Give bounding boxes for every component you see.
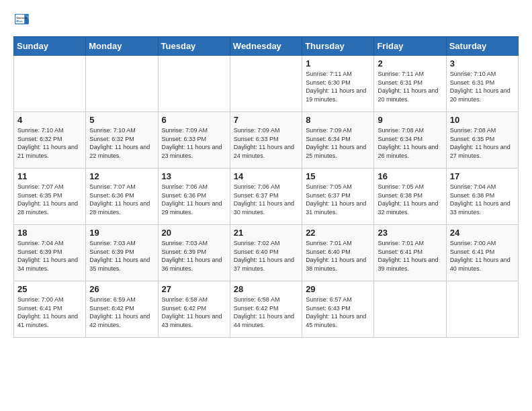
day-info: Sunrise: 7:06 AM Sunset: 6:37 PM Dayligh… — [234, 183, 298, 216]
calendar-cell: 21Sunrise: 7:02 AM Sunset: 6:40 PM Dayli… — [230, 225, 302, 281]
day-number: 5 — [89, 115, 154, 125]
day-info: Sunrise: 6:58 AM Sunset: 6:42 PM Dayligh… — [234, 295, 298, 329]
day-info: Sunrise: 7:08 AM Sunset: 6:35 PM Dayligh… — [450, 126, 515, 160]
day-header-wednesday: Wednesday — [230, 37, 302, 56]
week-row-3: 18Sunrise: 7:04 AM Sunset: 6:39 PM Dayli… — [14, 225, 519, 281]
day-info: Sunrise: 7:10 AM Sunset: 6:32 PM Dayligh… — [89, 126, 154, 160]
calendar-cell: 7Sunrise: 7:09 AM Sunset: 6:33 PM Daylig… — [230, 112, 302, 169]
day-info: Sunrise: 7:11 AM Sunset: 6:31 PM Dayligh… — [378, 70, 442, 103]
calendar-cell — [230, 56, 302, 112]
calendar-cell — [158, 56, 230, 112]
calendar-cell: 12Sunrise: 7:07 AM Sunset: 6:36 PM Dayli… — [86, 169, 158, 225]
calendar-cell: 28Sunrise: 6:58 AM Sunset: 6:42 PM Dayli… — [230, 281, 302, 338]
calendar-cell: 8Sunrise: 7:09 AM Sunset: 6:34 PM Daylig… — [302, 112, 374, 169]
day-info: Sunrise: 7:03 AM Sunset: 6:39 PM Dayligh… — [89, 239, 154, 273]
day-number: 20 — [162, 228, 226, 238]
calendar-cell: 5Sunrise: 7:10 AM Sunset: 6:32 PM Daylig… — [86, 112, 158, 169]
calendar-cell: 15Sunrise: 7:05 AM Sunset: 6:37 PM Dayli… — [302, 169, 374, 225]
calendar-cell — [446, 281, 518, 338]
week-row-1: 4Sunrise: 7:10 AM Sunset: 6:32 PM Daylig… — [14, 112, 519, 169]
day-header-thursday: Thursday — [302, 37, 374, 56]
calendar-cell: 16Sunrise: 7:05 AM Sunset: 6:38 PM Dayli… — [374, 169, 446, 225]
day-number: 18 — [17, 228, 82, 238]
day-number: 21 — [234, 228, 298, 238]
day-header-saturday: Saturday — [446, 37, 518, 56]
day-number: 23 — [378, 228, 442, 238]
calendar-cell: 17Sunrise: 7:04 AM Sunset: 6:38 PM Dayli… — [446, 169, 518, 225]
day-number: 25 — [17, 284, 82, 294]
day-info: Sunrise: 7:03 AM Sunset: 6:39 PM Dayligh… — [162, 239, 226, 273]
day-header-friday: Friday — [374, 37, 446, 56]
calendar-cell: 13Sunrise: 7:06 AM Sunset: 6:36 PM Dayli… — [158, 169, 230, 225]
day-number: 8 — [306, 115, 370, 125]
day-info: Sunrise: 7:00 AM Sunset: 6:41 PM Dayligh… — [17, 295, 82, 329]
day-number: 22 — [306, 228, 370, 238]
week-row-2: 11Sunrise: 7:07 AM Sunset: 6:35 PM Dayli… — [14, 169, 519, 225]
calendar-cell: 24Sunrise: 7:00 AM Sunset: 6:41 PM Dayli… — [446, 225, 518, 281]
calendar-cell: 26Sunrise: 6:59 AM Sunset: 6:42 PM Dayli… — [86, 281, 158, 338]
day-number: 12 — [89, 171, 154, 181]
day-number: 7 — [234, 115, 298, 125]
day-number: 1 — [306, 58, 370, 68]
day-info: Sunrise: 7:07 AM Sunset: 6:35 PM Dayligh… — [17, 183, 82, 216]
calendar-cell: 18Sunrise: 7:04 AM Sunset: 6:39 PM Dayli… — [14, 225, 86, 281]
day-number: 11 — [17, 171, 82, 181]
day-info: Sunrise: 7:07 AM Sunset: 6:36 PM Dayligh… — [89, 183, 154, 216]
day-info: Sunrise: 7:04 AM Sunset: 6:38 PM Dayligh… — [450, 183, 515, 216]
day-info: Sunrise: 7:10 AM Sunset: 6:32 PM Dayligh… — [17, 126, 82, 160]
day-info: Sunrise: 7:05 AM Sunset: 6:38 PM Dayligh… — [378, 183, 442, 216]
day-number: 9 — [378, 115, 442, 125]
day-header-tuesday: Tuesday — [158, 37, 230, 56]
day-info: Sunrise: 7:04 AM Sunset: 6:39 PM Dayligh… — [17, 239, 82, 273]
day-number: 13 — [162, 171, 226, 181]
calendar-cell: 25Sunrise: 7:00 AM Sunset: 6:41 PM Dayli… — [14, 281, 86, 338]
calendar-cell: 3Sunrise: 7:10 AM Sunset: 6:31 PM Daylig… — [446, 56, 518, 112]
day-number: 24 — [450, 228, 515, 238]
day-number: 6 — [162, 115, 226, 125]
calendar-cell: 10Sunrise: 7:08 AM Sunset: 6:35 PM Dayli… — [446, 112, 518, 169]
calendar-header: General Blue — [13, 12, 519, 30]
week-row-4: 25Sunrise: 7:00 AM Sunset: 6:41 PM Dayli… — [14, 281, 519, 338]
calendar-cell: 4Sunrise: 7:10 AM Sunset: 6:32 PM Daylig… — [14, 112, 86, 169]
day-info: Sunrise: 7:11 AM Sunset: 6:30 PM Dayligh… — [306, 70, 370, 103]
day-number: 2 — [378, 58, 442, 68]
day-info: Sunrise: 7:06 AM Sunset: 6:36 PM Dayligh… — [162, 183, 226, 216]
day-number: 28 — [234, 284, 298, 294]
day-info: Sunrise: 7:01 AM Sunset: 6:41 PM Dayligh… — [378, 239, 442, 273]
day-info: Sunrise: 7:01 AM Sunset: 6:40 PM Dayligh… — [306, 239, 370, 273]
day-header-monday: Monday — [86, 37, 158, 56]
calendar-cell: 9Sunrise: 7:08 AM Sunset: 6:34 PM Daylig… — [374, 112, 446, 169]
day-info: Sunrise: 7:00 AM Sunset: 6:41 PM Dayligh… — [450, 239, 515, 273]
header-row: SundayMondayTuesdayWednesdayThursdayFrid… — [14, 37, 519, 56]
day-info: Sunrise: 7:09 AM Sunset: 6:34 PM Dayligh… — [306, 126, 370, 160]
calendar-cell — [14, 56, 86, 112]
calendar-cell: 22Sunrise: 7:01 AM Sunset: 6:40 PM Dayli… — [302, 225, 374, 281]
calendar-cell: 6Sunrise: 7:09 AM Sunset: 6:33 PM Daylig… — [158, 112, 230, 169]
calendar-cell: 1Sunrise: 7:11 AM Sunset: 6:30 PM Daylig… — [302, 56, 374, 112]
day-info: Sunrise: 7:10 AM Sunset: 6:31 PM Dayligh… — [450, 70, 515, 103]
calendar-page: General Blue SundayMondayTuesdayWednesda… — [0, 0, 532, 345]
day-info: Sunrise: 6:58 AM Sunset: 6:42 PM Dayligh… — [162, 295, 226, 329]
day-number: 26 — [89, 284, 154, 294]
calendar-cell: 14Sunrise: 7:06 AM Sunset: 6:37 PM Dayli… — [230, 169, 302, 225]
logo-icon: General Blue — [15, 12, 30, 27]
calendar-cell — [86, 56, 158, 112]
day-info: Sunrise: 7:09 AM Sunset: 6:33 PM Dayligh… — [162, 126, 226, 160]
day-info: Sunrise: 7:09 AM Sunset: 6:33 PM Dayligh… — [234, 126, 298, 160]
day-number: 15 — [306, 171, 370, 181]
day-info: Sunrise: 6:57 AM Sunset: 6:43 PM Dayligh… — [306, 295, 370, 329]
calendar-cell: 20Sunrise: 7:03 AM Sunset: 6:39 PM Dayli… — [158, 225, 230, 281]
logo: General Blue — [13, 12, 30, 30]
calendar-cell: 23Sunrise: 7:01 AM Sunset: 6:41 PM Dayli… — [374, 225, 446, 281]
calendar-cell — [374, 281, 446, 338]
calendar-table: SundayMondayTuesdayWednesdayThursdayFrid… — [13, 36, 519, 338]
calendar-cell: 27Sunrise: 6:58 AM Sunset: 6:42 PM Dayli… — [158, 281, 230, 338]
svg-text:Blue: Blue — [16, 19, 23, 23]
day-number: 10 — [450, 115, 515, 125]
day-info: Sunrise: 7:05 AM Sunset: 6:37 PM Dayligh… — [306, 183, 370, 216]
day-number: 3 — [450, 58, 515, 68]
day-number: 4 — [17, 115, 82, 125]
day-number: 17 — [450, 171, 515, 181]
day-number: 19 — [89, 228, 154, 238]
day-number: 27 — [162, 284, 226, 294]
